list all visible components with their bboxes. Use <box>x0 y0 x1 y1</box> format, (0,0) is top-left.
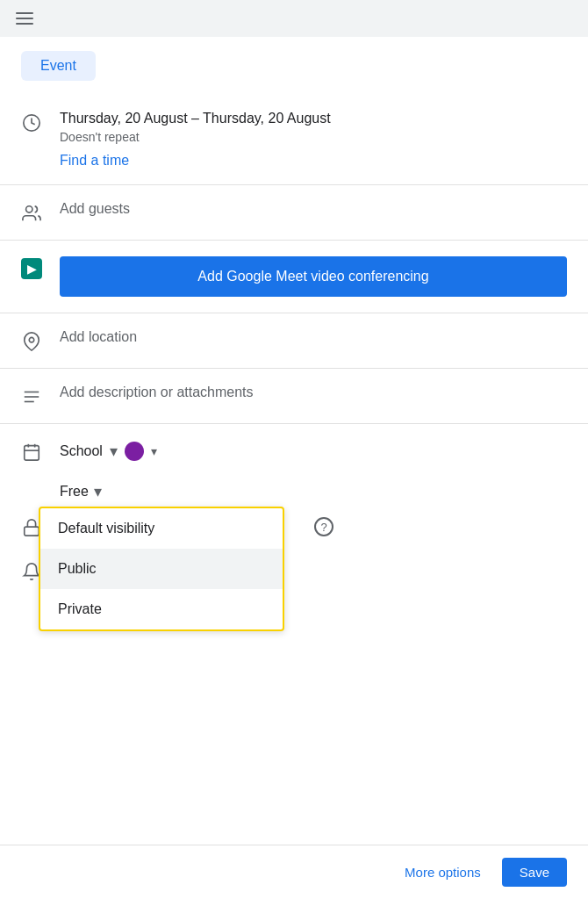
question-icon[interactable]: ? <box>314 517 333 536</box>
repeat-text: Doesn't repeat <box>60 130 567 144</box>
guests-icon <box>21 203 42 224</box>
visibility-dropdown: Default visibility Public Private <box>39 507 284 631</box>
find-time-link[interactable]: Find a time <box>60 153 567 169</box>
add-meet-button[interactable]: Add Google Meet video conferencing <box>60 256 567 297</box>
svg-text:▶: ▶ <box>27 263 37 276</box>
hamburger-menu[interactable] <box>16 12 33 25</box>
location-icon <box>21 331 42 352</box>
svg-point-1 <box>26 206 32 212</box>
visibility-option-public[interactable]: Public <box>40 549 283 589</box>
date-time-row: Thursday, 20 August – Thursday, 20 Augus… <box>0 95 588 184</box>
top-bar <box>0 0 588 37</box>
visibility-row: Default visibility Public Private ? <box>0 515 588 549</box>
svg-point-4 <box>29 337 34 342</box>
visibility-option-private[interactable]: Private <box>40 589 283 629</box>
description-icon <box>21 386 42 407</box>
location-content[interactable]: Add location <box>60 329 567 345</box>
calendar-name[interactable]: School <box>60 443 103 459</box>
add-description-row[interactable]: Add description or attachments <box>0 369 588 423</box>
color-dropdown-arrow[interactable]: ▾ <box>151 444 157 458</box>
save-button[interactable]: Save <box>502 858 567 887</box>
calendar-content: School ▾ ▾ <box>60 442 567 461</box>
calendar-color-dot[interactable] <box>125 442 144 461</box>
guests-content[interactable]: Add guests <box>60 201 567 217</box>
google-meet-row: ▶ Add Google Meet video conferencing <box>0 241 588 313</box>
meet-icon-container: ▶ <box>21 258 42 279</box>
free-dropdown-arrow[interactable]: ▾ <box>94 482 102 501</box>
svg-rect-8 <box>25 446 39 461</box>
clock-icon <box>21 112 42 133</box>
date-content: Thursday, 20 August – Thursday, 20 Augus… <box>60 111 567 169</box>
meet-content[interactable]: Add Google Meet video conferencing <box>60 256 567 297</box>
add-location-row[interactable]: Add location <box>0 313 588 368</box>
description-content[interactable]: Add description or attachments <box>60 385 567 400</box>
calendar-row: School ▾ ▾ <box>0 423 588 478</box>
svg-rect-12 <box>25 527 39 536</box>
visibility-option-default[interactable]: Default visibility <box>40 508 283 549</box>
add-location-text: Add location <box>60 329 567 345</box>
free-label[interactable]: Free <box>60 484 89 500</box>
bottom-bar: More options Save <box>0 845 588 899</box>
calendar-icon <box>21 442 42 463</box>
add-guests-row[interactable]: Add guests <box>0 185 588 240</box>
calendar-dropdown-arrow[interactable]: ▾ <box>110 442 118 461</box>
date-range[interactable]: Thursday, 20 August – Thursday, 20 Augus… <box>60 111 567 126</box>
add-description-text: Add description or attachments <box>60 385 567 400</box>
add-guests-text: Add guests <box>60 201 567 217</box>
question-icon-container: ? <box>314 517 333 536</box>
event-tab-area: Event <box>0 37 588 95</box>
more-options-button[interactable]: More options <box>394 858 491 887</box>
event-tab[interactable]: Event <box>21 51 96 81</box>
